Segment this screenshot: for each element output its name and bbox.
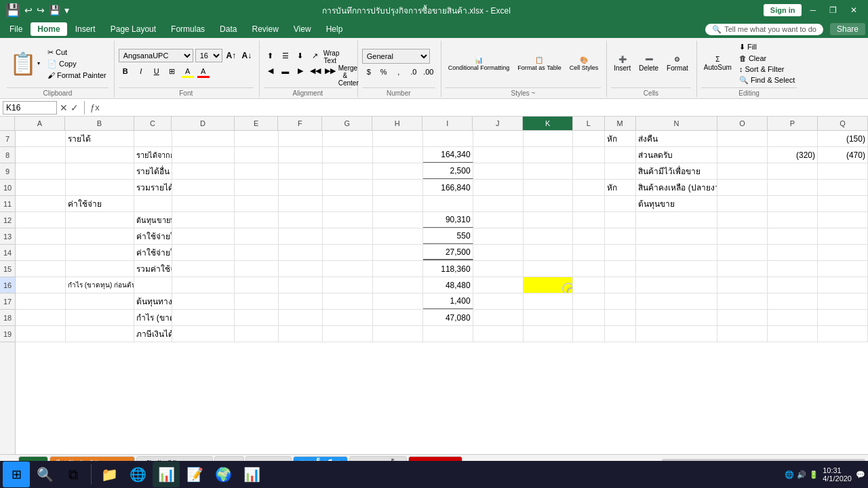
insert-btn[interactable]: ➕ Insert [611,54,633,73]
wrap-text-btn[interactable]: Wrap Text [323,49,337,63]
cell-g18[interactable] [323,310,373,325]
cell-g15[interactable] [323,261,373,277]
row-header-17[interactable]: 17 [0,293,15,310]
cell-i17[interactable]: 1,400 [423,293,473,309]
cell-h14[interactable] [373,245,423,260]
cell-b14[interactable] [66,245,134,260]
cell-n10[interactable]: สินค้าคงเหลือ (ปลายงวด) [636,180,717,195]
cell-l13[interactable] [573,228,604,244]
cell-q11[interactable] [818,196,868,211]
percent-btn[interactable]: % [377,65,391,79]
cell-l19[interactable] [573,326,604,342]
cell-o16[interactable] [717,277,768,293]
cell-b9[interactable] [66,163,134,179]
customize-btn[interactable]: ▾ [64,5,69,16]
menu-formulas[interactable]: Formulas [164,22,212,36]
cell-n7[interactable]: ส่งคืน [636,131,717,146]
cell-n19[interactable] [636,326,717,342]
cell-o18[interactable] [717,310,768,325]
cell-e9[interactable] [235,163,279,179]
autosum-btn[interactable]: Σ AutoSum [701,54,734,73]
merge-center-btn[interactable]: Merge & Center [338,64,352,78]
cell-q15[interactable] [818,261,868,277]
cell-l11[interactable] [573,196,604,211]
undo-btn[interactable]: ↩ [24,5,33,16]
cell-d16[interactable] [172,277,235,293]
col-header-d[interactable]: D [172,117,234,130]
cell-k7[interactable] [524,131,574,146]
cell-j8[interactable] [473,147,524,163]
cell-q17[interactable] [818,293,868,309]
italic-btn[interactable]: I [134,64,148,78]
cell-i12[interactable]: 90,310 [423,212,473,228]
cell-f7[interactable] [279,131,323,146]
restore-btn[interactable]: ❐ [824,4,842,16]
cell-q12[interactable] [818,212,868,228]
cell-b8[interactable] [66,147,134,163]
decrease-decimal-btn[interactable]: .0 [407,65,420,79]
cell-j11[interactable] [473,196,524,211]
cell-p14[interactable] [768,245,818,260]
cell-e10[interactable] [235,180,279,195]
cell-d15[interactable] [172,261,235,277]
increase-decimal-btn[interactable]: .00 [422,65,435,79]
cell-l14[interactable] [573,245,604,260]
cell-f8[interactable] [279,147,323,163]
cell-n17[interactable] [636,293,717,309]
cell-p18[interactable] [768,310,818,325]
cell-n11[interactable]: ต้นทุนขาย [636,196,717,211]
cell-n15[interactable] [636,261,717,277]
cell-l9[interactable] [573,163,604,179]
cell-p9[interactable] [768,163,818,179]
cell-a9[interactable] [16,163,66,179]
cell-c19[interactable]: ภาษีเงินได้ (20%) [134,326,172,342]
bold-btn[interactable]: B [119,64,132,78]
cell-h12[interactable] [373,212,423,228]
cell-q14[interactable] [818,245,868,260]
col-header-n[interactable]: N [636,117,717,130]
decrease-font-btn[interactable]: A↓ [240,49,254,62]
cell-l7[interactable] [573,131,604,146]
menu-insert[interactable]: Insert [68,22,102,36]
cell-k10[interactable] [524,180,574,195]
cell-a7[interactable] [16,131,66,146]
cell-c16[interactable] [134,277,172,293]
cell-m12[interactable] [605,212,636,228]
increase-indent-btn[interactable]: ▶▶ [323,64,337,78]
cell-p16[interactable] [768,277,818,293]
cell-e17[interactable] [235,293,279,309]
menu-home[interactable]: Home [31,22,66,36]
cell-h8[interactable] [373,147,423,163]
cell-p10[interactable] [768,180,818,195]
cell-i13[interactable]: 550 [423,228,473,244]
cell-c14[interactable]: ค่าใช้จ่ายในการบริหาร [134,245,172,260]
browser-btn[interactable]: 🌐 [124,462,151,487]
cell-f19[interactable] [279,326,323,342]
row-header-10[interactable]: 10 [0,180,15,196]
cell-h11[interactable] [373,196,423,211]
cell-g7[interactable] [323,131,373,146]
cell-l15[interactable] [573,261,604,277]
cell-k18[interactable] [524,310,574,325]
cell-p8[interactable]: (320) [768,147,818,163]
cell-o11[interactable] [717,196,768,211]
cell-c15[interactable]: รวมค่าใช้จ่าย [134,261,172,277]
comma-btn[interactable]: , [392,65,406,79]
conditional-formatting-btn[interactable]: 📊 Conditional Formatting [446,55,513,73]
col-header-o[interactable]: O [717,117,768,130]
cell-n13[interactable] [636,228,717,244]
cell-i18[interactable]: 47,080 [423,310,473,325]
col-header-j[interactable]: J [473,117,523,130]
col-header-g[interactable]: G [322,117,372,130]
clear-btn[interactable]: 🗑 Clear [737,54,797,63]
cell-f14[interactable] [279,245,323,260]
sort-filter-btn[interactable]: ↕ Sort & Filter [737,64,797,74]
cell-k12[interactable] [524,212,574,228]
cell-i14[interactable]: 27,500 [423,245,473,260]
cell-d8[interactable] [172,147,235,163]
fill-color-btn[interactable]: A [181,64,195,78]
minimize-btn[interactable]: ─ [804,4,821,16]
cell-j14[interactable] [473,245,524,260]
cell-j13[interactable] [473,228,524,244]
cell-a17[interactable] [16,293,66,309]
